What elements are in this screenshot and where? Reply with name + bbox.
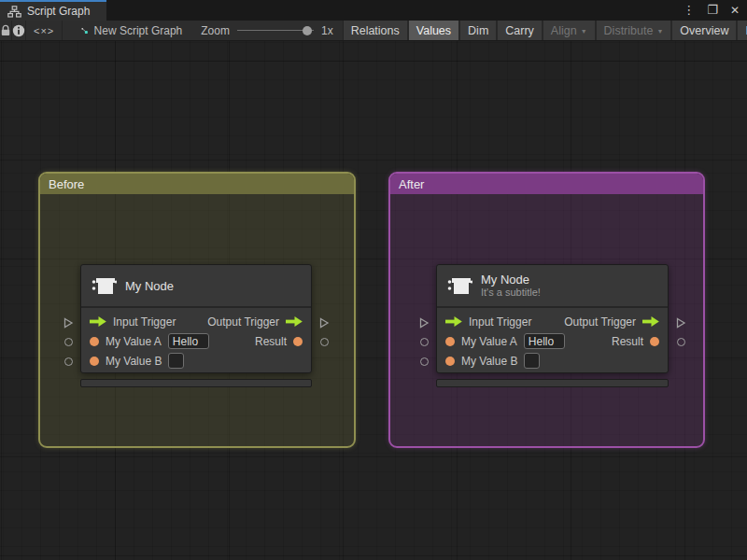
node-after[interactable]: My Node It's a subtitle! Input Trigger O… <box>436 264 669 373</box>
node-before[interactable]: My Node Input Trigger Output Trigger <box>80 264 312 373</box>
node-before-header[interactable]: My Node <box>81 265 311 308</box>
value-b-field[interactable] <box>524 353 540 369</box>
port-label: Output Trigger <box>564 315 636 329</box>
distribute-button[interactable]: Distribute ▼ <box>597 21 673 40</box>
zoom-label: Zoom <box>201 24 230 37</box>
triangle-port-icon <box>318 317 330 329</box>
port-row: My Value B <box>81 351 311 371</box>
overview-button[interactable]: Overview <box>672 21 738 40</box>
maximize-icon[interactable]: ❐ <box>707 0 718 21</box>
script-graph-asset-icon <box>81 24 88 37</box>
circle-port-icon <box>677 338 685 346</box>
overview-label: Overview <box>680 24 728 37</box>
window-menu-icon[interactable]: ⋮ <box>683 0 695 21</box>
code-preview-icon: <×> <box>34 25 54 36</box>
value-input-connector[interactable] <box>417 352 430 371</box>
graph-name-cell[interactable]: New Script Graph <box>74 21 190 40</box>
node-before-footer <box>80 379 312 387</box>
value-a-field[interactable] <box>168 333 209 349</box>
align-button[interactable]: Align ▼ <box>543 21 597 40</box>
node-subtitle: It's a subtitle! <box>481 287 541 299</box>
node-after-right-connectors <box>674 313 687 352</box>
close-icon[interactable]: ✕ <box>730 0 740 21</box>
node-before-body[interactable]: My Node Input Trigger Output Trigger <box>80 264 312 373</box>
fullscreen-button[interactable]: Full Scr <box>738 21 747 40</box>
value-port-icon[interactable] <box>445 337 455 346</box>
tab-label: Script Graph <box>27 5 90 18</box>
lock-button[interactable] <box>0 21 12 40</box>
group-before-label: Before <box>49 177 84 191</box>
node-after-header[interactable]: My Node It's a subtitle! <box>437 265 668 308</box>
graph-name-label: New Script Graph <box>94 24 183 37</box>
node-before-right-connectors <box>317 313 331 352</box>
circle-port-icon <box>320 338 329 346</box>
flow-arrow-icon[interactable] <box>90 316 106 327</box>
window-controls: ⋮ ❐ ✕ <box>683 0 740 21</box>
relations-button[interactable]: Relations <box>344 21 409 40</box>
view-buttons: Relations Values Dim Carry Align ▼ Distr… <box>344 21 747 40</box>
value-port-icon[interactable] <box>90 357 99 366</box>
port-row: My Value A Result <box>81 331 311 351</box>
value-output-connector[interactable] <box>317 332 331 352</box>
value-output-connector[interactable] <box>674 332 687 352</box>
zoom-slider[interactable] <box>237 26 314 35</box>
triangle-port-icon <box>675 317 686 329</box>
unit-node-icon <box>91 274 117 297</box>
zoom-slider-handle[interactable] <box>303 26 312 35</box>
group-after-header[interactable]: After <box>390 174 703 194</box>
port-label: My Value A <box>106 335 162 348</box>
node-after-body[interactable]: My Node It's a subtitle! Input Trigger O… <box>436 264 669 373</box>
value-port-icon[interactable] <box>445 357 455 366</box>
triangle-port-icon <box>63 317 74 329</box>
group-after-label: After <box>399 177 424 191</box>
port-row: My Value B <box>437 351 668 371</box>
value-input-connector[interactable] <box>62 332 75 352</box>
carry-label: Carry <box>505 24 534 37</box>
port-row: Input Trigger Output Trigger <box>437 312 668 331</box>
node-title: My Node <box>481 273 541 287</box>
node-after-left-connectors <box>417 313 430 371</box>
node-after-ports: Input Trigger Output Trigger My Value A … <box>437 308 668 372</box>
flow-output-connector[interactable] <box>317 313 331 332</box>
distribute-label: Distribute <box>604 24 654 37</box>
tab-script-graph[interactable]: Script Graph <box>0 0 106 21</box>
node-after-footer <box>436 379 669 387</box>
value-port-icon[interactable] <box>650 337 659 346</box>
port-label: Output Trigger <box>207 315 279 329</box>
port-label: My Value B <box>461 355 517 368</box>
unit-node-icon <box>446 274 472 297</box>
graph-canvas[interactable]: Before After <box>0 41 747 560</box>
zoom-cell: Zoom 1x <box>193 21 343 40</box>
chevron-down-icon: ▼ <box>656 28 663 35</box>
values-button[interactable]: Values <box>409 21 460 40</box>
tab-bar: Script Graph ⋮ ❐ ✕ <box>0 0 747 21</box>
dim-button[interactable]: Dim <box>460 21 498 40</box>
flow-arrow-icon[interactable] <box>286 316 303 327</box>
group-before-header[interactable]: Before <box>40 174 354 194</box>
flow-arrow-icon[interactable] <box>445 316 462 327</box>
flow-input-connector[interactable] <box>417 313 430 332</box>
code-preview-toggle[interactable]: <×> <box>26 21 63 40</box>
relations-label: Relations <box>351 24 400 37</box>
flow-output-connector[interactable] <box>674 313 687 332</box>
value-b-field[interactable] <box>168 353 184 369</box>
carry-button[interactable]: Carry <box>498 21 543 40</box>
flow-arrow-icon[interactable] <box>642 316 659 327</box>
value-input-connector[interactable] <box>62 352 75 371</box>
value-a-field[interactable] <box>524 333 565 349</box>
info-button[interactable] <box>12 21 26 40</box>
circle-port-icon <box>420 357 429 366</box>
chevron-down-icon: ▼ <box>581 28 587 35</box>
triangle-port-icon <box>418 317 430 329</box>
graph-toolbar: <×> New Script Graph Zoom 1x Relations V… <box>0 21 747 41</box>
value-input-connector[interactable] <box>417 332 430 352</box>
port-label: Input Trigger <box>113 315 176 329</box>
flow-input-connector[interactable] <box>62 313 75 332</box>
value-port-icon[interactable] <box>293 337 303 346</box>
port-row: Input Trigger Output Trigger <box>81 312 311 331</box>
value-port-icon[interactable] <box>90 337 99 346</box>
lock-icon <box>0 24 11 36</box>
port-label: Result <box>612 335 643 348</box>
port-label: My Value A <box>461 335 517 348</box>
node-title: My Node <box>125 279 174 293</box>
